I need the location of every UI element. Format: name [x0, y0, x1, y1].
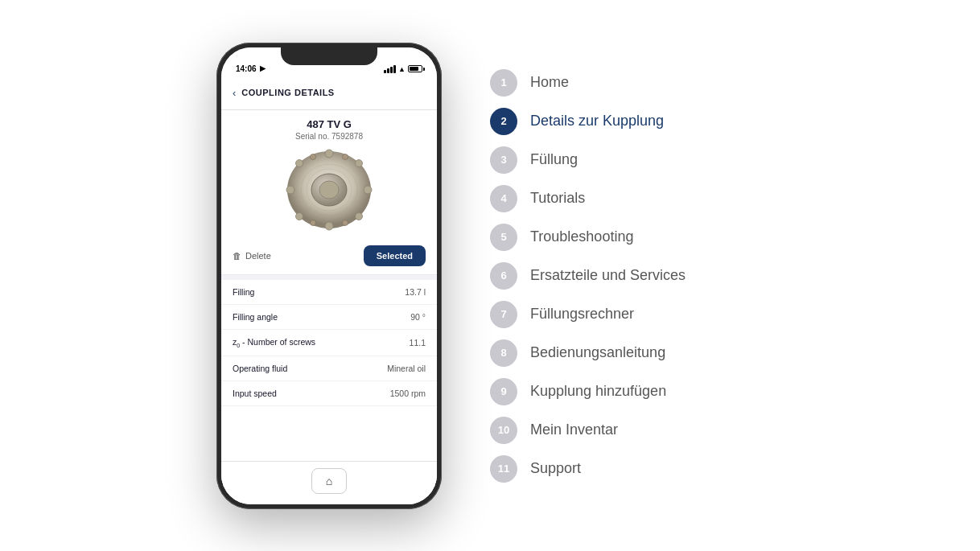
nav-number-4: 4: [490, 185, 517, 212]
detail-row-filling: Filling 13.7 l: [221, 280, 437, 305]
svg-point-7: [296, 159, 303, 167]
detail-value-speed: 1500 rpm: [390, 389, 426, 398]
time-display: 14:06: [236, 64, 257, 73]
nav-number-11: 11: [490, 455, 517, 483]
nav-item-5[interactable]: 5 Troubleshooting: [490, 224, 764, 251]
phone-frame: 14:06 ▶ ▲: [216, 43, 442, 509]
coupling-serial: Serial no. 7592878: [295, 132, 363, 141]
nav-label-1: Home: [530, 74, 569, 91]
home-tab-button[interactable]: ⌂: [311, 468, 347, 494]
nav-number-1: 1: [490, 69, 517, 97]
back-button[interactable]: ‹ COUPLING DETAILS: [233, 87, 335, 99]
phone-screen: 14:06 ▶ ▲: [221, 47, 437, 504]
svg-point-8: [356, 159, 363, 167]
detail-label-filling-angle: Filling angle: [233, 312, 278, 322]
coupling-name: 487 TV G: [307, 118, 352, 130]
detail-row-filling-angle: Filling angle 90 °: [221, 305, 437, 330]
nav-label-7: Füllungsrechner: [530, 306, 634, 323]
nav-number-10: 10: [490, 417, 517, 444]
nav-label-8: Bedienungsanleitung: [530, 344, 665, 361]
svg-point-10: [356, 212, 363, 220]
detail-label-speed: Input speed: [233, 389, 277, 398]
detail-row-speed: Input speed 1500 rpm: [221, 381, 437, 406]
detail-row-fluid: Operating fluid Mineral oil: [221, 356, 437, 381]
coupling-info-section: 487 TV G Serial no. 7592878: [221, 110, 437, 239]
nav-label-2: Details zur Kupplung: [530, 113, 664, 130]
nav-label-11: Support: [530, 460, 581, 477]
nav-number-5: 5: [490, 224, 517, 251]
svg-point-5: [286, 186, 294, 194]
svg-point-11: [311, 154, 316, 159]
home-icon: ⌂: [326, 475, 332, 487]
trash-icon: 🗑: [233, 251, 241, 261]
detail-row-screws: z0 - Number of screws 11.1: [221, 330, 437, 356]
coupling-illustration: [277, 146, 381, 234]
detail-value-filling: 13.7 l: [405, 287, 426, 297]
svg-point-6: [364, 186, 372, 194]
svg-point-13: [311, 220, 316, 225]
main-container: 14:06 ▶ ▲: [0, 0, 980, 551]
nav-label-5: Troubleshooting: [530, 228, 633, 245]
detail-value-filling-angle: 90 °: [410, 312, 426, 322]
nav-item-2[interactable]: 2 Details zur Kupplung: [490, 108, 764, 135]
location-icon: ▶: [260, 64, 266, 72]
status-bar-left: 14:06 ▶: [236, 64, 266, 73]
detail-value-fluid: Mineral oil: [387, 364, 426, 373]
nav-list: 1 Home 2 Details zur Kupplung 3 Füllung …: [490, 69, 764, 483]
details-list: Filling 13.7 l Filling angle 90 ° z0 - N…: [221, 280, 437, 461]
nav-number-7: 7: [490, 301, 517, 328]
nav-number-9: 9: [490, 378, 517, 405]
svg-point-12: [343, 154, 348, 159]
nav-label-10: Mein Inventar: [530, 421, 618, 438]
detail-value-screws: 11.1: [410, 338, 426, 347]
svg-point-2: [319, 181, 339, 199]
nav-item-9[interactable]: 9 Kupplung hinzufügen: [490, 378, 764, 405]
detail-label-fluid: Operating fluid: [233, 364, 287, 373]
nav-item-1[interactable]: 1 Home: [490, 69, 764, 97]
nav-item-7[interactable]: 7 Füllungsrechner: [490, 301, 764, 328]
detail-label-screws: z0 - Number of screws: [233, 337, 315, 348]
back-chevron-icon: ‹: [233, 87, 236, 99]
svg-point-14: [343, 220, 348, 225]
action-buttons-row: 🗑 Delete Selected: [221, 239, 437, 275]
nav-label-9: Kupplung hinzufügen: [530, 383, 666, 400]
nav-item-3[interactable]: 3 Füllung: [490, 146, 764, 174]
delete-label: Delete: [245, 251, 271, 261]
tab-bar: ⌂: [221, 461, 437, 504]
signal-icon: [384, 65, 396, 73]
nav-label-6: Ersatzteile und Services: [530, 267, 686, 284]
battery-icon: [408, 65, 422, 72]
delete-button[interactable]: 🗑 Delete: [233, 251, 271, 261]
nav-item-10[interactable]: 10 Mein Inventar: [490, 417, 764, 444]
coupling-image: [277, 146, 381, 234]
nav-title: COUPLING DETAILS: [241, 88, 334, 97]
nav-number-3: 3: [490, 146, 517, 174]
nav-item-4[interactable]: 4 Tutorials: [490, 185, 764, 212]
phone-content: 487 TV G Serial no. 7592878: [221, 110, 437, 504]
svg-point-3: [325, 150, 333, 158]
nav-number-8: 8: [490, 339, 517, 367]
nav-item-6[interactable]: 6 Ersatzteile und Services: [490, 262, 764, 290]
nav-number-6: 6: [490, 262, 517, 290]
wifi-icon: ▲: [398, 65, 406, 73]
svg-point-4: [325, 222, 333, 230]
nav-label-4: Tutorials: [530, 190, 585, 207]
nav-bar: ‹ COUPLING DETAILS: [221, 76, 437, 110]
nav-label-3: Füllung: [530, 151, 578, 168]
detail-label-filling: Filling: [233, 287, 254, 297]
svg-point-9: [296, 212, 303, 220]
phone-notch: [281, 47, 377, 65]
nav-item-11[interactable]: 11 Support: [490, 455, 764, 483]
status-bar-right: ▲: [384, 65, 422, 73]
nav-item-8[interactable]: 8 Bedienungsanleitung: [490, 339, 764, 367]
selected-button[interactable]: Selected: [364, 245, 426, 266]
nav-number-2: 2: [490, 108, 517, 135]
